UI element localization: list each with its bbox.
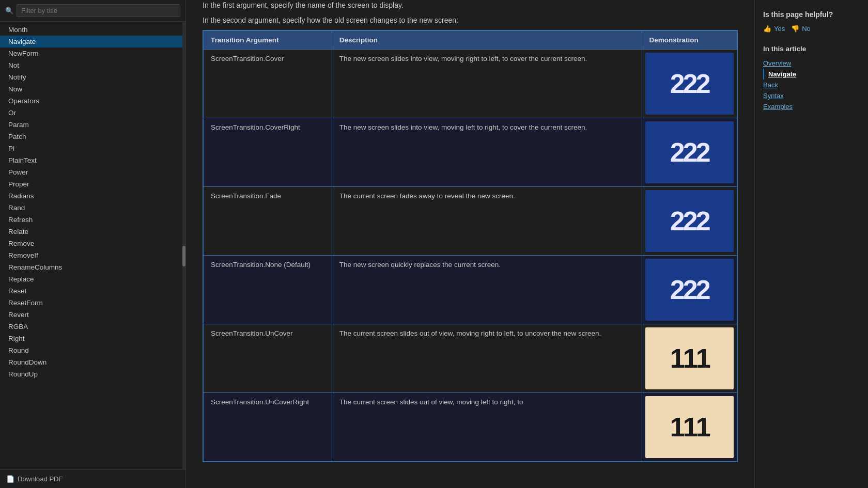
no-button[interactable]: 👎 No <box>791 25 811 33</box>
filter-input[interactable] <box>17 4 180 17</box>
helpful-buttons: 👍 Yes 👎 No <box>763 25 860 33</box>
demo-cell: 111 <box>642 393 737 462</box>
sidebar-scrollbar[interactable] <box>182 22 185 469</box>
sidebar-item-proper[interactable]: Proper <box>0 178 182 190</box>
sidebar-item-remove[interactable]: Remove <box>0 238 182 249</box>
sidebar-item-power[interactable]: Power <box>0 166 182 178</box>
sidebar-item-notify[interactable]: Notify <box>0 71 182 83</box>
transition-name-cell: ScreenTransition.None (Default) <box>203 256 332 324</box>
toc-item-syntax[interactable]: Syntax <box>763 90 860 101</box>
demo-numbers: 111 <box>670 412 709 443</box>
transition-name-cell: ScreenTransition.UnCover <box>203 324 332 393</box>
main-content: In the first argument, specify the name … <box>186 0 754 488</box>
sidebar-item-newform[interactable]: NewForm <box>0 48 182 59</box>
right-panel: Is this page helpful? 👍 Yes 👎 No In this… <box>754 0 868 488</box>
sidebar-item-navigate[interactable]: Navigate <box>0 36 182 48</box>
transition-name-cell: ScreenTransition.CoverRight <box>203 118 332 187</box>
download-pdf-button[interactable]: 📄 Download PDF <box>0 469 185 488</box>
transition-name-cell: ScreenTransition.Fade <box>203 187 332 256</box>
helpful-question: Is this page helpful? <box>763 10 860 19</box>
table-row: ScreenTransition.CoverThe new screen sli… <box>203 50 737 118</box>
sidebar-item-not[interactable]: Not <box>0 59 182 71</box>
demo-numbers: 222 <box>670 68 709 99</box>
table-row: ScreenTransition.UnCoverThe current scre… <box>203 324 737 393</box>
intro-line2: In the second argument, specify how the … <box>203 15 738 26</box>
sidebar-item-revert[interactable]: Revert <box>0 309 182 321</box>
table-header-row: Transition Argument Description Demonstr… <box>203 30 737 50</box>
description-cell: The current screen slides out of view, m… <box>332 324 642 393</box>
table-of-contents: OverviewNavigateBackSyntaxExamples <box>763 58 860 112</box>
sidebar-item-month[interactable]: Month <box>0 24 182 36</box>
no-label: No <box>802 25 811 33</box>
demo-box: 111 <box>645 396 734 458</box>
sidebar-item-relate[interactable]: Relate <box>0 226 182 238</box>
sidebar-item-pi[interactable]: Pi <box>0 143 182 154</box>
demo-numbers: 111 <box>670 343 709 374</box>
description-cell: The new screen slides into view, moving … <box>332 50 642 118</box>
description-cell: The new screen quickly replaces the curr… <box>332 256 642 324</box>
sidebar-item-renamecolumns[interactable]: RenameColumns <box>0 261 182 273</box>
download-pdf-label: Download PDF <box>18 475 63 483</box>
table-row: ScreenTransition.UnCoverRightThe current… <box>203 393 737 462</box>
demo-box: 111 <box>645 327 734 389</box>
thumbs-up-icon: 👍 <box>763 25 771 33</box>
demo-cell: 111 <box>642 324 737 393</box>
sidebar-item-rgba[interactable]: RGBA <box>0 321 182 333</box>
in-this-article-header: In this article <box>763 45 860 53</box>
col-transition-argument: Transition Argument <box>203 30 332 50</box>
transition-name-cell: ScreenTransition.Cover <box>203 50 332 118</box>
demo-box: 222 <box>645 53 734 115</box>
sidebar-list-wrapper: MonthNavigateNewFormNotNotifyNowOperator… <box>0 22 185 469</box>
sidebar-item-round[interactable]: Round <box>0 344 182 356</box>
sidebar-item-radians[interactable]: Radians <box>0 190 182 202</box>
intro-line1: In the first argument, specify the name … <box>203 0 738 11</box>
demo-box: 222 <box>645 190 734 252</box>
toc-item-examples[interactable]: Examples <box>763 101 860 112</box>
col-description: Description <box>332 30 642 50</box>
yes-label: Yes <box>774 25 785 33</box>
toc-item-overview[interactable]: Overview <box>763 58 860 69</box>
sidebar-item-rand[interactable]: Rand <box>0 202 182 214</box>
demo-numbers: 222 <box>670 137 709 168</box>
sidebar-item-right[interactable]: Right <box>0 333 182 344</box>
sidebar-item-plaintext[interactable]: PlainText <box>0 154 182 166</box>
sidebar-item-refresh[interactable]: Refresh <box>0 214 182 226</box>
demo-cell: 222 <box>642 118 737 187</box>
sidebar-item-rounddown[interactable]: RoundDown <box>0 356 182 368</box>
filter-bar: 🔍 <box>0 0 185 22</box>
transition-name-cell: ScreenTransition.UnCoverRight <box>203 393 332 462</box>
demo-numbers: 222 <box>670 206 709 237</box>
sidebar-item-resetform[interactable]: ResetForm <box>0 297 182 309</box>
toc-item-back[interactable]: Back <box>763 80 860 90</box>
table-row: ScreenTransition.FadeThe current screen … <box>203 187 737 256</box>
sidebar-item-or[interactable]: Or <box>0 107 182 119</box>
sidebar-item-reset[interactable]: Reset <box>0 285 182 297</box>
sidebar-item-replace[interactable]: Replace <box>0 273 182 285</box>
description-cell: The current screen slides out of view, m… <box>332 393 642 462</box>
sidebar-item-now[interactable]: Now <box>0 83 182 95</box>
pdf-icon: 📄 <box>6 475 14 483</box>
col-demonstration: Demonstration <box>642 30 737 50</box>
table-row: ScreenTransition.None (Default)The new s… <box>203 256 737 324</box>
sidebar-item-removeif[interactable]: RemoveIf <box>0 249 182 261</box>
sidebar-item-param[interactable]: Param <box>0 119 182 131</box>
sidebar-scrollbar-thumb[interactable] <box>182 246 185 266</box>
demo-box: 222 <box>645 121 734 183</box>
demo-box: 222 <box>645 259 734 321</box>
description-cell: The current screen fades away to reveal … <box>332 187 642 256</box>
sidebar-item-roundup[interactable]: RoundUp <box>0 368 182 380</box>
transition-table: Transition Argument Description Demonstr… <box>203 30 738 462</box>
yes-button[interactable]: 👍 Yes <box>763 25 785 33</box>
demo-cell: 222 <box>642 256 737 324</box>
demo-cell: 222 <box>642 50 737 118</box>
description-cell: The new screen slides into view, moving … <box>332 118 642 187</box>
demo-cell: 222 <box>642 187 737 256</box>
demo-numbers: 222 <box>670 274 709 305</box>
sidebar-item-patch[interactable]: Patch <box>0 131 182 143</box>
filter-icon: 🔍 <box>5 7 13 14</box>
sidebar-item-operators[interactable]: Operators <box>0 95 182 107</box>
thumbs-down-icon: 👎 <box>791 25 799 33</box>
toc-item-navigate[interactable]: Navigate <box>763 69 860 80</box>
table-row: ScreenTransition.CoverRightThe new scree… <box>203 118 737 187</box>
sidebar-list: MonthNavigateNewFormNotNotifyNowOperator… <box>0 22 182 469</box>
